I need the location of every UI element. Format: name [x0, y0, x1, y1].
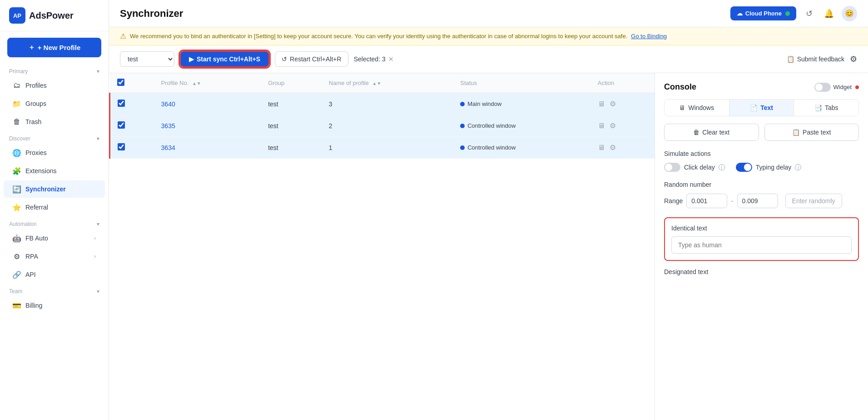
- restart-icon: ↺: [282, 55, 287, 63]
- range-label: Range: [664, 197, 683, 205]
- screen-icon[interactable]: 🖥: [598, 144, 605, 152]
- col-status: Status: [453, 73, 590, 93]
- profile-no-link[interactable]: 3640: [161, 100, 175, 108]
- topbar: Synchronizer ☁ Cloud Phone ↺ 🔔 😊: [109, 0, 868, 27]
- avatar[interactable]: 😊: [842, 6, 857, 21]
- identical-text-input[interactable]: [671, 236, 852, 254]
- enter-randomly-button[interactable]: Enter randomly: [785, 194, 842, 208]
- app-name: AdsPower: [29, 10, 74, 21]
- restart-button[interactable]: ↺ Restart Ctrl+Alt+R: [275, 51, 348, 67]
- submit-feedback-button[interactable]: 📋 Submit feedback: [787, 55, 844, 63]
- collapse-team-icon[interactable]: ▾: [97, 288, 99, 295]
- warning-bar: ⚠ We recommend you to bind an authentica…: [109, 27, 868, 45]
- settings-row-icon[interactable]: ⚙: [610, 100, 616, 108]
- typing-delay-label: Typing delay: [756, 164, 792, 171]
- new-profile-button[interactable]: ＋ + New Profile: [7, 38, 101, 57]
- warning-icon: ⚠: [120, 32, 126, 40]
- tab-windows[interactable]: 🖥 Windows: [665, 100, 729, 116]
- main-area: Synchronizer ☁ Cloud Phone ↺ 🔔 😊 ⚠ We re…: [109, 0, 868, 420]
- sidebar-item-profiles[interactable]: 🗂 Profiles: [4, 77, 105, 94]
- screen-icon[interactable]: 🖥: [598, 100, 605, 108]
- row-checkbox[interactable]: [118, 143, 125, 150]
- sidebar-item-billing[interactable]: 💳 Billing: [4, 297, 105, 314]
- click-delay-info-icon[interactable]: i: [719, 164, 725, 170]
- sidebar-item-fb-auto[interactable]: 🤖 FB Auto ›: [4, 230, 105, 247]
- click-delay-label: Click delay: [684, 164, 715, 171]
- row-group: test: [261, 115, 322, 137]
- console-header: Console Widget: [664, 82, 859, 92]
- fb-auto-arrow-icon: ›: [94, 235, 96, 241]
- cloud-phone-button[interactable]: ☁ Cloud Phone: [730, 6, 796, 20]
- body-split: Profile No. ▲▼ Group Name of profile ▲▼ …: [109, 73, 868, 420]
- console-title: Console: [664, 82, 696, 92]
- table-area: Profile No. ▲▼ Group Name of profile ▲▼ …: [109, 73, 655, 420]
- select-all-checkbox[interactable]: [117, 79, 124, 86]
- tab-tabs[interactable]: 📑 Tabs: [794, 100, 858, 116]
- profiles-icon: 🗂: [13, 81, 21, 90]
- typing-delay-info-icon[interactable]: i: [795, 164, 801, 170]
- api-icon: 🔗: [13, 270, 21, 279]
- simulate-label: Simulate actions: [664, 150, 859, 157]
- paste-text-button[interactable]: 📋 Paste text: [764, 124, 859, 141]
- sidebar-item-trash[interactable]: 🗑 Trash: [4, 113, 105, 130]
- sidebar-item-api[interactable]: 🔗 API: [4, 266, 105, 283]
- groups-icon: 📁: [13, 100, 21, 108]
- row-name: 2: [322, 115, 453, 137]
- widget-dot: [855, 85, 859, 89]
- range-max-input[interactable]: [737, 194, 778, 208]
- fb-auto-icon: 🤖: [13, 234, 21, 242]
- row-name: 1: [322, 137, 453, 159]
- identical-text-label: Identical text: [671, 225, 852, 232]
- col-group: Group: [261, 73, 322, 93]
- group-select[interactable]: test: [120, 51, 174, 67]
- referral-icon: ⭐: [13, 203, 21, 211]
- sort-profile-no-icon[interactable]: ▲▼: [192, 81, 201, 86]
- sidebar-item-proxies[interactable]: 🌐 Proxies: [4, 144, 105, 161]
- range-min-input[interactable]: [686, 194, 727, 208]
- table-row: 3640 test 3 Main window: [110, 93, 655, 115]
- collapse-primary-icon[interactable]: ▾: [97, 68, 99, 75]
- settings-icon[interactable]: ⚙: [850, 54, 857, 64]
- status-badge: Controlled window: [460, 122, 516, 129]
- collapse-automation-icon[interactable]: ▾: [97, 221, 99, 227]
- sidebar-item-extensions[interactable]: 🧩 Extensions: [4, 162, 105, 180]
- sidebar-item-groups[interactable]: 📁 Groups: [4, 95, 105, 112]
- settings-row-icon[interactable]: ⚙: [610, 143, 616, 152]
- profile-no-link[interactable]: 3635: [161, 122, 175, 130]
- sidebar-item-referral[interactable]: ⭐ Referral: [4, 199, 105, 216]
- sidebar-item-synchronizer[interactable]: 🔄 Synchronizer: [4, 180, 105, 198]
- feedback-icon: 📋: [787, 55, 794, 63]
- windows-tab-icon: 🖥: [679, 104, 685, 111]
- clear-text-button[interactable]: 🗑 Clear text: [664, 124, 759, 141]
- start-sync-button[interactable]: ▶ Start sync Ctrl+Alt+S: [180, 51, 269, 67]
- sidebar: AP AdsPower ＋ + New Profile Primary ▾ 🗂 …: [0, 0, 109, 420]
- sort-name-icon[interactable]: ▲▼: [372, 81, 382, 86]
- collapse-discover-icon[interactable]: ▾: [97, 135, 99, 142]
- click-delay-toggle[interactable]: [664, 163, 680, 172]
- action-icons: 🖥 ⚙: [598, 121, 647, 130]
- action-icons: 🖥 ⚙: [598, 100, 647, 108]
- section-team: Team ▾: [0, 284, 109, 296]
- screen-icon[interactable]: 🖥: [598, 122, 605, 130]
- logo: AP AdsPower: [0, 0, 109, 31]
- cloud-phone-status-dot: [785, 11, 790, 16]
- bell-icon[interactable]: 🔔: [822, 6, 836, 21]
- row-checkbox[interactable]: [118, 121, 125, 129]
- typing-delay-item: Typing delay i: [736, 163, 802, 172]
- table-row: 3634 test 1 Controlled window: [110, 137, 655, 159]
- col-name: Name of profile ▲▼: [322, 73, 453, 93]
- sidebar-item-rpa[interactable]: ⚙ RPA ›: [4, 248, 105, 265]
- widget-toggle-switch[interactable]: [814, 83, 831, 92]
- refresh-icon[interactable]: ↺: [802, 6, 816, 21]
- tab-text[interactable]: 📄 Text: [729, 100, 794, 116]
- row-name: 3: [322, 93, 453, 115]
- profile-no-link[interactable]: 3634: [161, 144, 175, 151]
- go-to-binding-link[interactable]: Go to Binding: [631, 33, 667, 40]
- click-delay-item: Click delay i: [664, 163, 725, 172]
- clear-selection-button[interactable]: ✕: [388, 55, 394, 63]
- typing-delay-toggle[interactable]: [736, 163, 752, 172]
- settings-row-icon[interactable]: ⚙: [610, 121, 616, 130]
- console-btn-row: 🗑 Clear text 📋 Paste text: [664, 124, 859, 141]
- range-dash: -: [731, 197, 733, 205]
- row-checkbox[interactable]: [118, 100, 125, 107]
